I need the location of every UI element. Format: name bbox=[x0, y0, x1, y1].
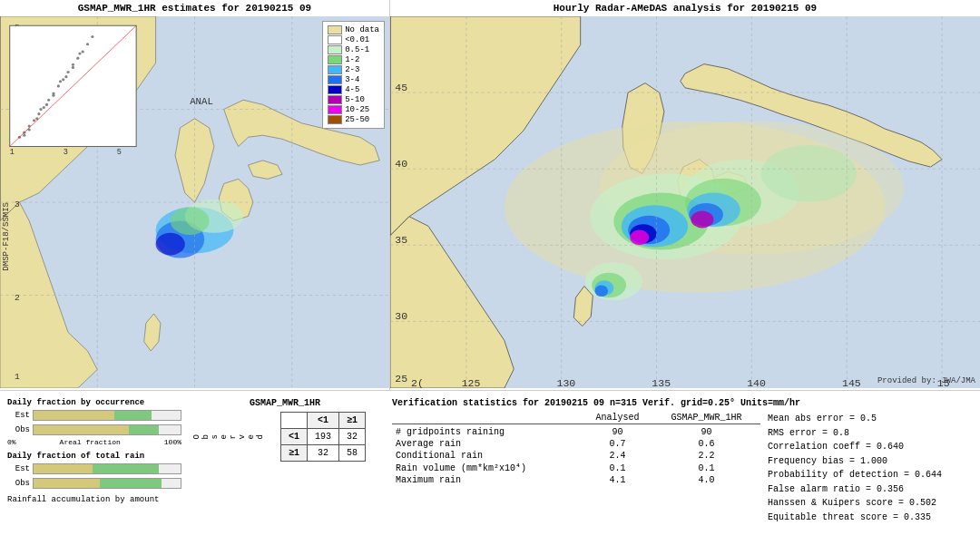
verif-val2-4: 4.0 bbox=[652, 474, 760, 486]
legend-label-10to25: 10-25 bbox=[345, 105, 369, 114]
svg-point-50 bbox=[72, 66, 74, 69]
ct-table: <1 ≥1 <1 193 32 ≥1 32 58 bbox=[280, 412, 366, 462]
svg-text:25: 25 bbox=[395, 373, 407, 385]
verif-val1-4: 4.1 bbox=[583, 474, 652, 486]
stats-right: Mean abs error = 0.5 RMS error = 0.8 Cor… bbox=[760, 412, 969, 524]
right-map-title: Hourly Radar-AMeDAS analysis for 2019021… bbox=[390, 0, 980, 16]
axis-fraction-label: Areal fraction bbox=[60, 438, 121, 446]
svg-point-35 bbox=[62, 78, 64, 81]
left-map-title: GSMAP_MWR_1HR estimates for 20190215 09 bbox=[0, 0, 389, 16]
axis-0-label: 0% bbox=[7, 438, 16, 446]
verif-val1-3: 0.1 bbox=[583, 462, 652, 474]
legend-label-1to2: 1-2 bbox=[345, 55, 359, 64]
right-map-content: 45 40 35 30 25 2( 125 130 135 140 145 15… bbox=[390, 16, 980, 388]
svg-text:3: 3 bbox=[15, 200, 20, 209]
verif-val2-3: 0.1 bbox=[652, 462, 760, 474]
svg-point-46 bbox=[45, 103, 48, 106]
bar-row-est2: Est bbox=[7, 462, 181, 475]
svg-text:2(: 2( bbox=[411, 377, 424, 388]
ct-title: GSMAP_MWR_1HR bbox=[192, 398, 377, 408]
bar-row-est1: Est bbox=[7, 409, 181, 422]
svg-text:40: 40 bbox=[395, 158, 407, 170]
legend-item-4to5: 4-5 bbox=[328, 85, 379, 94]
svg-text:140: 140 bbox=[747, 377, 766, 388]
ct-cell-22: 58 bbox=[339, 445, 366, 462]
svg-point-49 bbox=[64, 75, 67, 78]
svg-point-37 bbox=[72, 63, 74, 66]
svg-point-38 bbox=[76, 57, 79, 60]
stat-5: False alarm ratio = 0.356 bbox=[768, 482, 969, 497]
verif-empty-header bbox=[392, 412, 583, 424]
ct-row-lt1: <1 193 32 bbox=[280, 429, 365, 445]
verification-panel: Verification statistics for 20190215 09 … bbox=[385, 394, 976, 551]
right-map-panel: Hourly Radar-AMeDAS analysis for 2019021… bbox=[390, 0, 980, 390]
main-container: GSMAP_MWR_1HR estimates for 20190215 09 … bbox=[0, 0, 980, 555]
bar-row-obs1: Obs bbox=[7, 424, 181, 436]
verif-row-3: Rain volume (mm*km²x10⁴) 0.1 0.1 bbox=[392, 462, 760, 474]
left-map-bg: 5 4 3 2 1 ANAL bbox=[0, 16, 389, 388]
svg-text:145: 145 bbox=[842, 377, 861, 388]
legend-color-2to3 bbox=[328, 65, 342, 74]
svg-point-42 bbox=[23, 134, 25, 137]
legend-label-3to4: 3-4 bbox=[345, 75, 359, 84]
verif-val1-2: 2.4 bbox=[583, 450, 652, 462]
bar-axis1: 0% Areal fraction 100% bbox=[7, 438, 181, 446]
verif-val2-1: 0.6 bbox=[652, 438, 760, 450]
est1-bar bbox=[33, 410, 181, 421]
est2-yellow-fill bbox=[34, 464, 93, 473]
legend-item-3to4: 3-4 bbox=[328, 75, 379, 84]
legend-color-25to50 bbox=[328, 115, 342, 124]
legend-panel: No data <0.01 0.5-1 1-2 bbox=[322, 21, 385, 129]
legend-label-2to3: 2-3 bbox=[345, 65, 359, 74]
bottom-row: Daily fraction by occurrence Est Obs 0% … bbox=[0, 390, 980, 555]
stat-3: Frequency bias = 1.000 bbox=[768, 454, 969, 469]
svg-text:45: 45 bbox=[395, 82, 407, 93]
obs1-bar bbox=[33, 424, 181, 435]
y-axis-label: DMSP-F18/SSMIS bbox=[2, 202, 11, 271]
legend-item-1to2: 1-2 bbox=[328, 55, 379, 64]
obs1-yellow-fill bbox=[34, 425, 129, 434]
legend-label-4to5: 4-5 bbox=[345, 85, 359, 94]
verif-label-4: Maximum rain bbox=[392, 474, 583, 486]
ct-wrapper: Observed <1 ≥1 <1 193 32 ≥1 32 bbox=[192, 412, 377, 462]
legend-label-05to1: 0.5-1 bbox=[345, 45, 369, 54]
stat-7: Equitable threat score = 0.335 bbox=[768, 511, 969, 525]
obs2-bar bbox=[33, 478, 181, 489]
svg-point-34 bbox=[57, 84, 60, 87]
verif-header: Verification statistics for 20190215 09 … bbox=[392, 398, 969, 408]
svg-point-12 bbox=[171, 207, 210, 235]
svg-point-40 bbox=[86, 43, 89, 45]
svg-text:135: 135 bbox=[652, 377, 671, 388]
left-map-content: DMSP-F18/SSMIS bbox=[0, 16, 389, 388]
legend-item-lt001: <0.01 bbox=[328, 35, 379, 44]
svg-text:1: 1 bbox=[15, 372, 20, 382]
stat-4: Probability of detection = 0.644 bbox=[768, 468, 969, 482]
legend-color-lt001 bbox=[328, 35, 342, 44]
ct-header-row: <1 ≥1 bbox=[280, 413, 365, 429]
legend-item-nodata: No data bbox=[328, 25, 379, 34]
ct-empty-cell bbox=[280, 413, 307, 429]
ct-row-ge1-header: ≥1 bbox=[280, 445, 307, 462]
est1-label: Est bbox=[7, 411, 30, 420]
svg-text:125: 125 bbox=[462, 377, 481, 388]
right-map-svg: 45 40 35 30 25 2( 125 130 135 140 145 15 bbox=[390, 16, 980, 388]
svg-text:5: 5 bbox=[117, 148, 122, 157]
legend-color-4to5 bbox=[328, 85, 342, 94]
contingency-table-panel: GSMAP_MWR_1HR Observed <1 ≥1 <1 193 32 bbox=[185, 394, 385, 551]
stat-1: RMS error = 0.8 bbox=[768, 426, 969, 441]
legend-color-5to10 bbox=[328, 95, 342, 104]
verif-col-analysed: Analysed bbox=[583, 412, 652, 424]
verif-table: Analysed GSMAP_MWR_1HR # gridpoints rain… bbox=[392, 412, 760, 486]
svg-point-51 bbox=[78, 52, 81, 54]
verif-table-wrapper: Analysed GSMAP_MWR_1HR # gridpoints rain… bbox=[392, 412, 760, 524]
verif-val1-1: 0.7 bbox=[583, 438, 652, 450]
est2-bar bbox=[33, 463, 181, 474]
legend-label-nodata: No data bbox=[345, 25, 379, 34]
svg-point-29 bbox=[33, 119, 35, 122]
ct-row-ge1: ≥1 32 58 bbox=[280, 445, 365, 462]
verif-val1-0: 90 bbox=[583, 426, 652, 438]
bar-row-obs2: Obs bbox=[7, 477, 181, 490]
legend-color-10to25 bbox=[328, 105, 342, 114]
verif-row-4: Maximum rain 4.1 4.0 bbox=[392, 474, 760, 486]
bottom-left-charts: Daily fraction by occurrence Est Obs 0% … bbox=[4, 394, 185, 551]
